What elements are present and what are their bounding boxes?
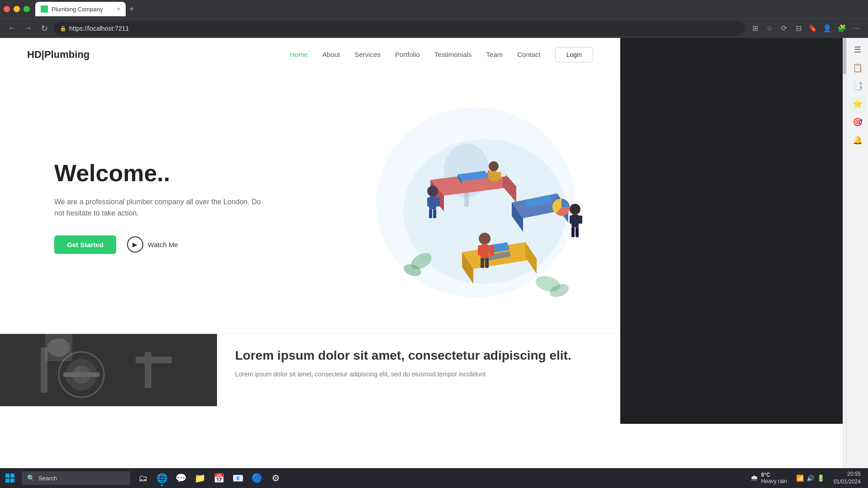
pipe-svg <box>0 334 217 406</box>
nav-links: Home About Services Portfolio Testimonia… <box>290 47 593 62</box>
nav-contact[interactable]: Contact <box>517 51 541 58</box>
sidebar-target-icon[interactable]: 🎯 <box>849 114 866 130</box>
active-tab[interactable]: Plumbing Company × <box>35 2 126 16</box>
svg-rect-32 <box>579 216 582 224</box>
sidebar-star-icon[interactable]: ⭐ <box>849 96 866 112</box>
tab-title: Plumbing Company <box>52 6 103 13</box>
sidebar-bell-icon[interactable]: 🔔 <box>849 132 866 148</box>
brand-logo[interactable]: HD|Plumbing <box>27 49 90 61</box>
play-icon: ▶ <box>127 236 143 253</box>
navbar: HD|Plumbing Home About Services Portfoli… <box>0 38 620 71</box>
svg-rect-31 <box>570 216 573 224</box>
svg-rect-15 <box>433 209 436 218</box>
hero-title: Welcome.. <box>54 160 271 187</box>
svg-point-18 <box>489 161 499 171</box>
get-started-button[interactable]: Get Started <box>54 235 116 254</box>
login-button[interactable]: Login <box>555 47 593 62</box>
sidebar-bookmark-icon[interactable]: 📑 <box>849 78 866 94</box>
profile-icon[interactable]: 👤 <box>821 22 834 35</box>
reader-view-icon[interactable]: ⊞ <box>749 22 761 35</box>
svg-point-27 <box>570 204 580 215</box>
forward-button[interactable]: → <box>22 22 34 35</box>
back-button[interactable]: ← <box>5 22 18 35</box>
svg-rect-42 <box>490 245 494 255</box>
svg-rect-16 <box>427 197 431 206</box>
svg-rect-14 <box>429 209 432 218</box>
tab-close-button[interactable]: × <box>117 6 120 12</box>
ssl-icon: 🔒 <box>60 25 66 32</box>
hero-text: Welcome.. We are a professional plumber … <box>54 160 271 254</box>
website-content: HD|Plumbing Home About Services Portfoli… <box>0 38 620 424</box>
browser-chrome: Plumbing Company × + ← → ↻ 🔒 https://loc… <box>0 0 868 424</box>
scrollbar-thumb[interactable] <box>843 38 846 74</box>
plumbing-image <box>0 334 217 406</box>
tab-bar: Plumbing Company × + <box>0 0 868 18</box>
refresh-page-icon[interactable]: ⟳ <box>778 22 790 35</box>
hero-illustration <box>367 99 593 315</box>
svg-rect-44 <box>485 258 489 268</box>
watch-me-button[interactable]: ▶ Watch Me <box>127 236 178 253</box>
svg-rect-29 <box>571 227 575 237</box>
nav-about[interactable]: About <box>322 51 340 58</box>
svg-point-39 <box>479 233 491 244</box>
sidebar-menu-icon[interactable]: ☰ <box>849 42 866 58</box>
nav-portfolio[interactable]: Portfolio <box>395 51 420 58</box>
url-text: https://localhost:7211 <box>69 25 129 32</box>
watch-me-label: Watch Me <box>148 241 178 249</box>
svg-rect-53 <box>63 372 99 377</box>
scrollbar-track <box>843 38 846 424</box>
office-illustration <box>385 117 584 306</box>
hero-section: Welcome.. We are a professional plumber … <box>0 71 620 333</box>
bookmark-icon[interactable]: 🔖 <box>807 22 819 35</box>
hero-subtitle: We are a professional plumber company al… <box>54 196 271 219</box>
nav-team[interactable]: Team <box>486 51 503 58</box>
illustration-inner <box>385 117 575 297</box>
below-fold-section: Lorem ipsum dolor sit amet, consectetur … <box>0 333 620 424</box>
below-fold-text: Lorem ipsum dolor sit amet, consectetur … <box>217 334 620 424</box>
browser-sidebar: ☰ 📋 📑 ⭐ 🎯 🔔 + <box>846 38 868 424</box>
nav-testimonials[interactable]: Testimonials <box>434 51 472 58</box>
svg-point-12 <box>427 186 438 197</box>
svg-rect-17 <box>436 197 440 206</box>
sidebar-clipboard-icon[interactable]: 📋 <box>849 60 866 76</box>
nav-home[interactable]: Home <box>290 51 308 58</box>
svg-point-58 <box>47 338 70 357</box>
hero-actions: Get Started ▶ Watch Me <box>54 235 271 254</box>
svg-rect-56 <box>145 352 151 388</box>
svg-rect-21 <box>497 172 501 179</box>
extension-icon[interactable]: 🧩 <box>835 22 848 35</box>
svg-rect-30 <box>576 227 579 237</box>
browser-toolbar: ← → ↻ 🔒 https://localhost:7211 ⊞ ☆ ⟳ ⊟ 🔖… <box>0 18 868 38</box>
tab-favicon <box>41 5 48 13</box>
toolbar-actions: ⊞ ☆ ⟳ ⊟ 🔖 👤 🧩 ⋯ <box>749 22 863 35</box>
svg-rect-41 <box>478 245 482 255</box>
split-view-icon[interactable]: ⊟ <box>792 22 805 35</box>
new-tab-button[interactable]: + <box>129 5 134 14</box>
menu-icon[interactable]: ⋯ <box>850 22 863 35</box>
address-bar[interactable]: 🔒 https://localhost:7211 <box>54 21 745 36</box>
svg-rect-55 <box>136 357 172 363</box>
refresh-button[interactable]: ↻ <box>38 22 51 35</box>
svg-rect-49 <box>0 334 217 406</box>
below-fold-heading: Lorem ipsum dolor sit amet, consectetur … <box>235 347 602 364</box>
below-fold-body: Lorem ipsum dolor sit amet, consectetur … <box>235 369 602 379</box>
window-controls <box>4 6 30 12</box>
svg-rect-20 <box>488 172 492 179</box>
favorites-icon[interactable]: ☆ <box>763 22 776 35</box>
svg-rect-43 <box>481 258 484 268</box>
nav-services[interactable]: Services <box>354 51 381 58</box>
minimize-button[interactable] <box>14 6 20 12</box>
close-button[interactable] <box>4 6 10 12</box>
maximize-button[interactable] <box>24 6 30 12</box>
